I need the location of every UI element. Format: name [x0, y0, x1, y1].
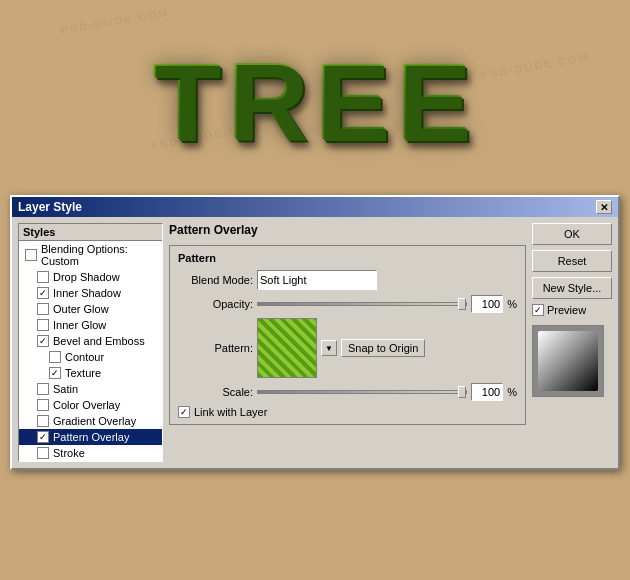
style-checkbox-6[interactable]	[49, 351, 61, 363]
style-item-outer-glow[interactable]: Outer Glow	[19, 301, 162, 317]
style-item-drop-shadow[interactable]: Drop Shadow	[19, 269, 162, 285]
pattern-preview	[257, 318, 317, 378]
buttons-panel: OK Reset New Style... Preview	[532, 223, 612, 462]
scale-slider-track[interactable]	[257, 390, 467, 394]
ok-button[interactable]: OK	[532, 223, 612, 245]
style-checkbox-2[interactable]	[37, 287, 49, 299]
style-checkbox-11[interactable]	[37, 431, 49, 443]
style-label-12: Stroke	[53, 447, 85, 459]
layer-style-dialog: Layer Style ✕ Styles Blending Options: C…	[10, 195, 620, 470]
canvas-area: PSD-DUDE.COM PSD-DUDE.COM PSD-DUDE.COM T…	[0, 0, 630, 200]
pattern-label: Pattern:	[178, 342, 253, 354]
style-label-7: Texture	[65, 367, 101, 379]
style-item-inner-shadow[interactable]: Inner Shadow	[19, 285, 162, 301]
pattern-row: Pattern: ▼ Snap to Origin	[178, 318, 517, 378]
style-item-color-overlay[interactable]: Color Overlay	[19, 397, 162, 413]
tree-preview-text: TREE	[152, 37, 477, 164]
scale-row: Scale: %	[178, 383, 517, 401]
watermark-1: PSD-DUDE.COM	[60, 6, 171, 37]
reset-button[interactable]: Reset	[532, 250, 612, 272]
style-checkbox-5[interactable]	[37, 335, 49, 347]
close-button[interactable]: ✕	[596, 200, 612, 214]
style-label-10: Gradient Overlay	[53, 415, 136, 427]
preview-box	[532, 325, 604, 397]
style-checkbox-1[interactable]	[37, 271, 49, 283]
opacity-slider-thumb[interactable]	[458, 298, 466, 310]
pattern-section-box: Pattern Blend Mode: Soft Light Normal Mu…	[169, 245, 526, 425]
style-item-bevel-and-emboss[interactable]: Bevel and Emboss	[19, 333, 162, 349]
link-with-layer-label: Link with Layer	[194, 406, 267, 418]
opacity-percent: %	[507, 298, 517, 310]
style-item-gradient-overlay[interactable]: Gradient Overlay	[19, 413, 162, 429]
style-checkbox-3[interactable]	[37, 303, 49, 315]
pattern-dropdown-btn[interactable]: ▼	[321, 340, 337, 356]
scale-percent: %	[507, 386, 517, 398]
style-label-6: Contour	[65, 351, 104, 363]
scale-label: Scale:	[178, 386, 253, 398]
style-checkbox-8[interactable]	[37, 383, 49, 395]
style-label-0: Blending Options: Custom	[41, 243, 156, 267]
scale-slider-thumb[interactable]	[458, 386, 466, 398]
dialog-titlebar: Layer Style ✕	[12, 197, 618, 217]
dialog-title: Layer Style	[18, 200, 82, 214]
blend-mode-label: Blend Mode:	[178, 274, 253, 286]
scale-input[interactable]	[471, 383, 503, 401]
styles-panel: Styles Blending Options: CustomDrop Shad…	[18, 223, 163, 462]
new-style-button[interactable]: New Style...	[532, 277, 612, 299]
scale-slider-container: %	[257, 383, 517, 401]
style-item-satin[interactable]: Satin	[19, 381, 162, 397]
snap-to-origin-button[interactable]: Snap to Origin	[341, 339, 425, 357]
style-label-4: Inner Glow	[53, 319, 106, 331]
opacity-row: Opacity: %	[178, 295, 517, 313]
style-item-inner-glow[interactable]: Inner Glow	[19, 317, 162, 333]
blend-mode-row: Blend Mode: Soft Light Normal Multiply S…	[178, 270, 517, 290]
opacity-slider-container: %	[257, 295, 517, 313]
style-label-8: Satin	[53, 383, 78, 395]
watermark-2: PSD-DUDE.COM	[480, 51, 591, 82]
style-item-contour[interactable]: Contour	[19, 349, 162, 365]
main-content: Pattern Overlay Pattern Blend Mode: Soft…	[169, 223, 526, 462]
style-label-1: Drop Shadow	[53, 271, 120, 283]
opacity-slider-track[interactable]	[257, 302, 467, 306]
pattern-subsection-title: Pattern	[178, 252, 517, 264]
style-checkbox-9[interactable]	[37, 399, 49, 411]
style-checkbox-4[interactable]	[37, 319, 49, 331]
opacity-label: Opacity:	[178, 298, 253, 310]
style-label-5: Bevel and Emboss	[53, 335, 145, 347]
dialog-body: Styles Blending Options: CustomDrop Shad…	[12, 217, 618, 468]
styles-panel-header: Styles	[19, 224, 162, 241]
opacity-input[interactable]	[471, 295, 503, 313]
style-label-2: Inner Shadow	[53, 287, 121, 299]
preview-inner	[538, 331, 598, 391]
style-label-11: Pattern Overlay	[53, 431, 129, 443]
section-title: Pattern Overlay	[169, 223, 526, 237]
blend-mode-select[interactable]: Soft Light Normal Multiply Screen Overla…	[257, 270, 377, 290]
style-checkbox-10[interactable]	[37, 415, 49, 427]
style-item-stroke[interactable]: Stroke	[19, 445, 162, 461]
preview-checkbox-row: Preview	[532, 304, 612, 316]
link-with-layer-row: Link with Layer	[178, 406, 517, 418]
blend-mode-select-wrapper[interactable]: Soft Light Normal Multiply Screen Overla…	[257, 270, 377, 290]
style-label-3: Outer Glow	[53, 303, 109, 315]
preview-label: Preview	[547, 304, 586, 316]
link-with-layer-checkbox[interactable]	[178, 406, 190, 418]
style-label-9: Color Overlay	[53, 399, 120, 411]
style-item-pattern-overlay[interactable]: Pattern Overlay	[19, 429, 162, 445]
style-checkbox-0[interactable]	[25, 249, 37, 261]
preview-checkbox[interactable]	[532, 304, 544, 316]
style-item-blending-options--custom[interactable]: Blending Options: Custom	[19, 241, 162, 269]
style-item-texture[interactable]: Texture	[19, 365, 162, 381]
style-checkbox-12[interactable]	[37, 447, 49, 459]
style-checkbox-7[interactable]	[49, 367, 61, 379]
